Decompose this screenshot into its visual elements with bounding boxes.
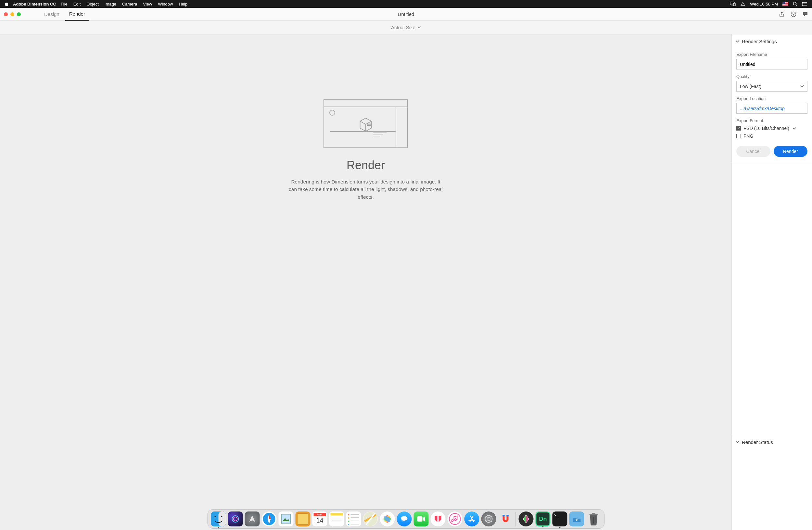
- help-icon[interactable]: [791, 11, 796, 17]
- export-filename-input[interactable]: [736, 59, 808, 70]
- dock-launchpad[interactable]: [245, 512, 260, 527]
- dock-messages[interactable]: [397, 512, 412, 527]
- render-status-header[interactable]: Render Status: [732, 435, 812, 449]
- quality-label: Quality: [736, 74, 808, 79]
- render-placeholder-illustration: [323, 99, 408, 148]
- export-filename-label: Export Filename: [736, 52, 808, 57]
- dock-preview[interactable]: [279, 512, 294, 527]
- format-psd-checkbox[interactable]: PSD (16 Bits/Channel): [736, 126, 808, 131]
- svg-rect-30: [590, 514, 598, 515]
- svg-point-5: [802, 5, 803, 5]
- svg-rect-29: [507, 515, 509, 516]
- app-name[interactable]: Adobe Dimension CC: [13, 2, 56, 6]
- dock-appstore[interactable]: [464, 512, 479, 527]
- render-settings-header[interactable]: Render Settings: [732, 34, 812, 48]
- dock-settings[interactable]: [481, 512, 496, 527]
- quality-select[interactable]: Low (Fast): [736, 81, 808, 92]
- menubar-clock[interactable]: Wed 10:58 PM: [750, 2, 778, 6]
- spotlight-search-icon[interactable]: [793, 2, 798, 6]
- menu-help[interactable]: Help: [179, 2, 187, 6]
- dock-facetime[interactable]: [414, 512, 429, 527]
- window-zoom-button[interactable]: [17, 12, 21, 16]
- dock-terminal[interactable]: >_: [552, 512, 567, 527]
- macos-dock: NOV14 Dn >_: [207, 509, 605, 529]
- dock-safari[interactable]: [262, 512, 277, 527]
- dock-downloads[interactable]: [569, 512, 584, 527]
- menu-object[interactable]: Object: [86, 2, 99, 6]
- svg-rect-1: [734, 3, 735, 6]
- dock-stickies[interactable]: [295, 512, 310, 527]
- window-minimize-button[interactable]: [10, 12, 14, 16]
- dock-siri[interactable]: [228, 512, 243, 527]
- export-location-field[interactable]: .../Users/dmx/Desktop: [736, 103, 808, 114]
- svg-point-14: [221, 516, 222, 517]
- svg-point-26: [487, 517, 491, 520]
- stage-description: Rendering is how Dimension turns your de…: [288, 178, 444, 201]
- dock-reminders[interactable]: [346, 512, 361, 527]
- dock-itunes[interactable]: [448, 512, 463, 527]
- feedback-icon[interactable]: [802, 11, 808, 17]
- zoom-label: Actual Size: [391, 25, 416, 30]
- dock-creative-cloud[interactable]: [519, 512, 534, 527]
- svg-rect-12: [219, 512, 226, 527]
- chevron-down-icon: [736, 40, 739, 43]
- dock-calendar[interactable]: NOV14: [313, 512, 328, 527]
- menu-file[interactable]: File: [61, 2, 68, 6]
- svg-rect-24: [417, 516, 423, 521]
- document-title: Untitled: [398, 11, 415, 17]
- render-button[interactable]: Render: [774, 146, 808, 157]
- macos-menubar: Adobe Dimension CC File Edit Object Imag…: [0, 0, 812, 8]
- dock-dimension[interactable]: Dn: [536, 512, 551, 527]
- menu-image[interactable]: Image: [105, 2, 116, 6]
- screen-share-icon[interactable]: [730, 2, 736, 6]
- app-window: Design Render Untitled Actual Size: [0, 8, 812, 530]
- menu-window[interactable]: Window: [158, 2, 173, 6]
- export-location-label: Export Location: [736, 96, 808, 101]
- svg-point-16: [233, 517, 237, 521]
- canvas-toolbar: Actual Size: [0, 21, 812, 34]
- menu-view[interactable]: View: [143, 2, 152, 6]
- tab-design[interactable]: Design: [40, 8, 63, 21]
- chevron-down-icon: [417, 26, 421, 29]
- dock-separator: [516, 512, 516, 527]
- chevron-down-icon: [800, 85, 804, 87]
- render-settings-section: Render Settings Export Filename Quality …: [732, 34, 812, 163]
- window-controls: [4, 12, 21, 16]
- content-area: Render Rendering is how Dimension turns …: [0, 34, 812, 530]
- svg-point-2: [794, 2, 796, 5]
- svg-point-8: [804, 13, 804, 14]
- tab-render[interactable]: Render: [65, 8, 89, 21]
- right-panel: Render Settings Export Filename Quality …: [731, 34, 812, 530]
- chevron-down-icon: [793, 127, 796, 130]
- dock-maps[interactable]: [363, 512, 378, 527]
- dock-trash[interactable]: [586, 512, 601, 527]
- dock-finder[interactable]: [211, 512, 226, 527]
- dock-news[interactable]: [431, 512, 446, 527]
- menu-edit[interactable]: Edit: [73, 2, 81, 6]
- svg-rect-18: [281, 514, 291, 524]
- svg-point-7: [793, 15, 794, 16]
- zoom-dropdown[interactable]: Actual Size: [391, 25, 421, 30]
- svg-point-13: [215, 516, 216, 517]
- chevron-down-icon: [736, 441, 739, 443]
- share-icon[interactable]: [779, 11, 785, 17]
- svg-point-9: [805, 13, 806, 14]
- checkbox-checked-icon: [736, 126, 741, 131]
- apple-logo-icon: [4, 2, 9, 6]
- menu-camera[interactable]: Camera: [122, 2, 137, 6]
- export-format-label: Export Format: [736, 118, 808, 123]
- menubar-list-icon[interactable]: [802, 2, 808, 6]
- input-source-flag-icon[interactable]: [782, 2, 788, 6]
- format-png-checkbox[interactable]: PNG: [736, 133, 808, 139]
- dock-photos[interactable]: [380, 512, 395, 527]
- render-status-section: Render Status: [732, 435, 812, 530]
- checkbox-unchecked-icon: [736, 134, 741, 138]
- dock-notes[interactable]: [329, 512, 344, 527]
- window-close-button[interactable]: [4, 12, 8, 16]
- svg-point-3: [802, 2, 803, 3]
- cancel-button[interactable]: Cancel: [736, 146, 770, 157]
- svg-point-10: [806, 13, 807, 14]
- tray-icon[interactable]: [740, 2, 745, 6]
- svg-point-4: [802, 3, 803, 4]
- dock-magnet[interactable]: [498, 512, 513, 527]
